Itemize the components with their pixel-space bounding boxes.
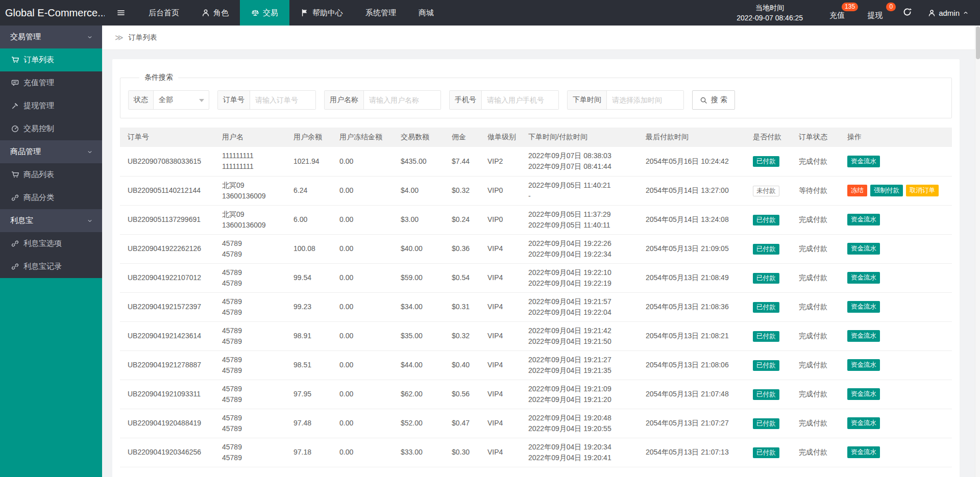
content-area: 条件搜索 状态 全部 订单号 用户名称 <box>102 50 980 477</box>
sidebar-item[interactable]: 商品分类 <box>0 186 102 209</box>
column-header: 用户名 <box>214 128 286 147</box>
cell-paid: 已付款 <box>745 234 791 263</box>
sidebar-group-title[interactable]: 利息宝 <box>0 209 102 232</box>
action-button[interactable]: 资金流水 <box>847 417 880 429</box>
page-title: 订单列表 <box>129 33 157 42</box>
sidebar-item[interactable]: 商品列表 <box>0 163 102 186</box>
cell-balance: 97.95 <box>286 380 332 409</box>
nav-item[interactable]: 角色 <box>190 0 240 26</box>
action-button[interactable]: 冻结 <box>847 185 867 196</box>
username-input[interactable] <box>364 91 440 109</box>
order-no-label: 订单号 <box>218 91 250 109</box>
action-button[interactable]: 资金流水 <box>847 388 880 400</box>
search-icon <box>700 96 707 104</box>
nav-item[interactable]: 帮助中心 <box>289 0 354 26</box>
sidebar-item[interactable]: 交易控制 <box>0 117 102 140</box>
menu-toggle-button[interactable] <box>105 0 137 26</box>
time-line: 2022年09月04日 19:21:20 <box>528 394 634 405</box>
table-row: UB2209041920346256457894578997.180.00$33… <box>120 438 952 467</box>
cell-order-no: UB2209041921423614 <box>120 321 214 350</box>
nav-item[interactable]: 交易 <box>240 0 289 26</box>
search-button[interactable]: 搜 索 <box>692 90 735 110</box>
scrollbar-thumb[interactable] <box>976 27 980 59</box>
cell-frozen: 0.00 <box>332 409 393 438</box>
cell-last-pay-time: 2054年05月13日 21:08:06 <box>638 350 745 380</box>
action-button[interactable]: 资金流水 <box>847 272 880 284</box>
vertical-scrollbar[interactable] <box>975 26 980 477</box>
user-line: 45789 <box>222 413 282 423</box>
nav-item-label: 帮助中心 <box>312 8 343 18</box>
cell-order-time: 2022年09月07日 08:38:032022年09月07日 08:41:44 <box>521 147 638 176</box>
nav-item-label: 系统管理 <box>365 8 396 18</box>
cell-order-status: 完成付款 <box>791 380 840 409</box>
user-line: 13600136009 <box>222 191 282 202</box>
sidebar-menu: 交易管理订单列表充值管理提现管理交易控制商品管理商品列表商品分类利息宝利息宝选项… <box>0 26 102 278</box>
nav-item[interactable]: 系统管理 <box>354 0 407 26</box>
cell-frozen: 0.00 <box>332 350 393 380</box>
table-row: UB2209041920488419457894578997.480.00$52… <box>120 409 952 438</box>
action-button[interactable]: 强制付款 <box>870 185 903 196</box>
action-button[interactable]: 资金流水 <box>847 359 880 371</box>
action-button[interactable]: 资金流水 <box>847 301 880 313</box>
user-line: 111111111 <box>222 150 282 161</box>
column-header: 用户冻结金额 <box>332 128 393 147</box>
gauge-icon <box>11 125 19 133</box>
cell-amount: $435.00 <box>393 147 444 176</box>
topbar-link[interactable]: 充值135 <box>829 11 845 20</box>
cell-level: VIP2 <box>480 147 521 176</box>
phone-input[interactable] <box>482 91 558 109</box>
cell-actions: 资金流水 <box>840 205 952 234</box>
sidebar-item[interactable]: 充值管理 <box>0 71 102 94</box>
cell-level: VIP4 <box>480 380 521 409</box>
cell-level: VIP0 <box>480 176 521 205</box>
paid-status-badge: 已付款 <box>753 360 779 371</box>
sidebar-group-title[interactable]: 交易管理 <box>0 26 102 48</box>
action-button[interactable]: 资金流水 <box>847 330 880 342</box>
order-no-input[interactable] <box>250 91 315 109</box>
action-button[interactable]: 资金流水 <box>847 214 880 225</box>
cell-user: 4578945789 <box>214 350 286 380</box>
user-line: 45789 <box>222 442 282 453</box>
action-button[interactable]: 资金流水 <box>847 243 880 255</box>
status-select[interactable]: 全部 <box>154 91 209 109</box>
nav-item[interactable]: 商城 <box>407 0 445 26</box>
table-row: UB2209041921278887457894578998.510.00$44… <box>120 350 952 380</box>
sidebar-item[interactable]: 利息宝记录 <box>0 255 102 278</box>
time-line: 2022年09月07日 08:38:03 <box>528 150 634 161</box>
user-line: 45789 <box>222 394 282 405</box>
cell-frozen: 0.00 <box>332 380 393 409</box>
cell-level: VIP4 <box>480 263 521 292</box>
time-line: 2022年09月04日 19:20:34 <box>528 442 634 453</box>
user-menu[interactable]: admin <box>928 9 969 17</box>
cell-last-pay-time: 2054年05月13日 21:07:27 <box>638 409 745 438</box>
cell-amount: $52.00 <box>393 409 444 438</box>
user-line: 45789 <box>222 355 282 365</box>
order-time-filter-group: 下单时间 <box>567 90 684 110</box>
refresh-button[interactable] <box>903 8 912 18</box>
column-header: 下单时间/付款时间 <box>521 128 638 147</box>
sidebar-item[interactable]: 利息宝选项 <box>0 232 102 255</box>
time-line: 2022年09月04日 19:20:55 <box>528 423 634 434</box>
time-line: 2022年09月04日 19:21:35 <box>528 365 634 376</box>
cell-order-time: 2022年09月04日 19:20:342022年09月04日 19:20:41 <box>521 438 638 467</box>
nav-item[interactable]: 后台首页 <box>137 0 190 26</box>
comment-icon <box>11 79 19 87</box>
table-row: UB22090419222621264578945789100.080.00$4… <box>120 234 952 263</box>
order-time-input[interactable] <box>607 91 683 109</box>
cell-last-pay-time: 2054年05月13日 21:07:13 <box>638 438 745 467</box>
action-button[interactable]: 取消订单 <box>906 185 939 196</box>
action-button[interactable]: 资金流水 <box>847 156 880 167</box>
sidebar-item[interactable]: 订单列表 <box>0 48 102 71</box>
cell-frozen: 0.00 <box>332 176 393 205</box>
cell-commission: $0.47 <box>444 409 480 438</box>
sidebar-item[interactable]: 提现管理 <box>0 94 102 117</box>
cell-actions: 资金流水 <box>840 292 952 321</box>
sidebar-group-title[interactable]: 商品管理 <box>0 140 102 163</box>
cell-level: VIP4 <box>480 321 521 350</box>
paid-status-badge: 已付款 <box>753 215 779 225</box>
topbar-link[interactable]: 提现0 <box>867 11 883 20</box>
local-time-label: 当地时间 <box>737 3 803 13</box>
cell-user: 4578945789 <box>214 380 286 409</box>
cell-order-no: UB2209041921093311 <box>120 380 214 409</box>
action-button[interactable]: 资金流水 <box>847 446 880 458</box>
